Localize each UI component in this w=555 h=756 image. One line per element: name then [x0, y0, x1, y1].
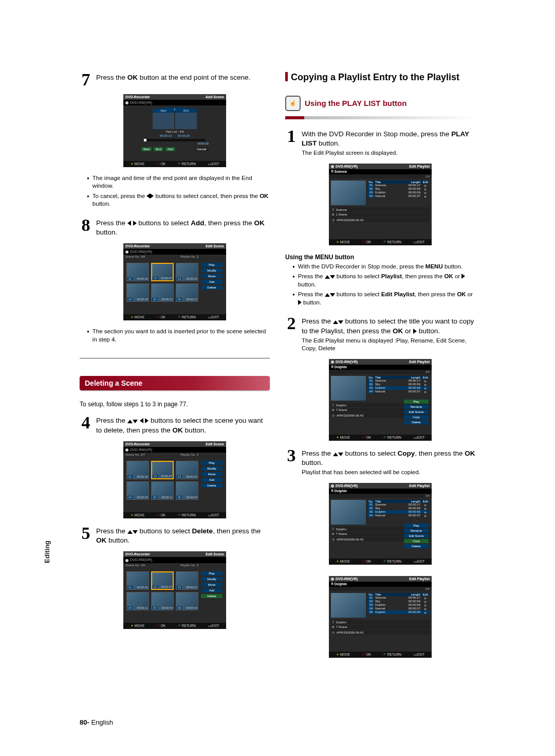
- gradient-bar: [285, 116, 475, 119]
- left-column: 7 Press the OK button at the end point o…: [80, 72, 270, 665]
- step-7: 7 Press the OK button at the end point o…: [80, 72, 270, 88]
- step-2: 2 Press the buttons to select the title …: [285, 316, 475, 352]
- page-number: 80- English: [80, 718, 113, 726]
- section-title: Copying a Playlist Entry to the Playlist: [285, 72, 475, 83]
- side-section-label: Editing: [43, 541, 51, 563]
- tv-screenshot-edit-scene-1: DVD-RecorderEdit Scene DVD-RW(VR) Scene …: [123, 243, 226, 320]
- right-column: Copying a Playlist Entry to the Playlist…: [285, 72, 475, 665]
- step-1: 1 With the DVD Recorder in Stop mode, pr…: [285, 129, 475, 157]
- menu-subheading: Using the MENU button: [285, 254, 475, 261]
- step-5: 5 Press the buttons to select Delete, th…: [80, 526, 270, 545]
- using-play-list-heading: ☝ Using the PLAY LIST button: [285, 96, 475, 111]
- tv-screenshot-playlist-1: DVD-RW(VR)Edit Playlist ⠿ Science 1/4 No…: [329, 164, 432, 245]
- step-number: 7: [80, 72, 92, 88]
- step-3: 3 Press the buttons to select Copy, then…: [285, 448, 475, 477]
- tv-screenshot-playlist-4: DVD-RW(VR)Edit Playlist ⠿ Dolphin 5/5 No…: [329, 576, 432, 658]
- step-text: Press the OK button at the end point of …: [96, 72, 250, 82]
- tv-screenshot-playlist-3: DVD-RW(VR)Edit Playlist ⠿ Dolphin 3/4 No…: [329, 483, 432, 565]
- step-4: 4 Press the buttons to select the scene …: [80, 415, 270, 435]
- tv-screenshot-edit-scene-2: DVD-RecorderEdit Scene DVD-RW(VR) Scene …: [123, 441, 226, 518]
- setup-note: To setup, follow steps 1 to 3 in page 77…: [80, 401, 270, 408]
- tv-screenshot-add-scene: DVD-RecorderAdd Scene DVD-RW(VR) Scene N…: [123, 94, 226, 167]
- note-8: ●The section you want to add is inserted…: [87, 328, 270, 344]
- page-content: 7 Press the OK button at the end point o…: [80, 72, 475, 665]
- tv-screenshot-edit-scene-3: DVD-RecorderEdit Scene DVD-RW(VR) Scene …: [123, 551, 226, 628]
- separator: [80, 358, 270, 358]
- disc-icon: [125, 101, 128, 104]
- deleting-scene-heading: Deleting a Scene: [80, 376, 270, 390]
- hand-icon: ☝: [285, 96, 301, 111]
- note-7b: ●To cancel, press the buttons to select …: [87, 192, 270, 208]
- tv-screenshot-playlist-2: DVD-RW(VR)Edit Playlist ⠿ Dolphin 3/4 No…: [329, 359, 432, 441]
- step-8: 8 Press the buttons to select Add, then …: [80, 218, 270, 237]
- note-7a: ●The image and time of the end point are…: [87, 174, 270, 190]
- manual-page: Editing 7 Press the OK button at the end…: [0, 0, 555, 756]
